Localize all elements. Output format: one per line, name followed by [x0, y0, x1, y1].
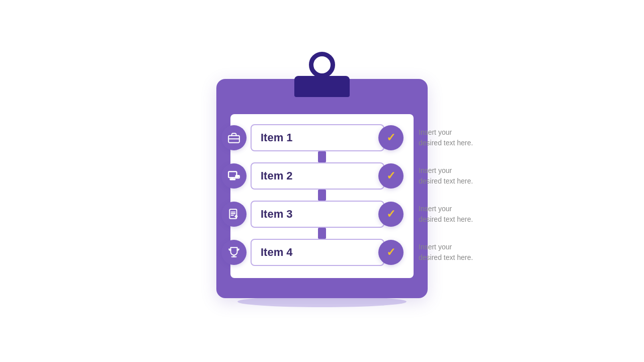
item-3-description: Insert your desired text here.: [419, 204, 499, 225]
item-1-desc-line2: desired text here.: [419, 139, 473, 147]
checkmark-icon-2: ✓: [386, 169, 395, 183]
item-2-icon: [221, 163, 247, 189]
monitor-icon: [227, 169, 240, 183]
item-4-desc-line1: Insert your: [419, 243, 452, 251]
item-3-check: ✓: [378, 202, 404, 227]
item-group-2: Item 2 ✓ Insert your desired text here.: [240, 162, 404, 190]
checkmark-icon-1: ✓: [386, 131, 395, 144]
item-4-description: Insert your desired text here.: [419, 242, 499, 263]
svg-rect-3: [230, 178, 235, 179]
item-3-label: Item 3: [261, 208, 293, 221]
item-3-desc-line2: desired text here.: [419, 215, 473, 223]
clip-ring: [309, 52, 335, 78]
clipboard-paper: Item 1 ✓ Insert your desired text here.: [230, 114, 414, 278]
items-area: Item 1 ✓ Insert your desired text here.: [240, 124, 404, 266]
item-1-label: Item 1: [261, 131, 293, 144]
item-1-description: Insert your desired text here.: [419, 127, 499, 148]
item-1-textbox[interactable]: Item 1: [251, 124, 384, 151]
checklist-row-1: Item 1 ✓ Insert your desired text here.: [240, 124, 404, 151]
item-2-textbox[interactable]: Item 2: [251, 162, 384, 190]
checklist-row-3: Item 3 ✓ Insert your desired text here.: [240, 201, 404, 228]
clipboard-wrapper: Item 1 ✓ Insert your desired text here.: [216, 64, 428, 298]
item-4-textbox[interactable]: Item 4: [251, 239, 384, 266]
item-2-description: Insert your desired text here.: [419, 165, 499, 187]
document-pen-icon: [227, 208, 240, 221]
item-2-label: Item 2: [261, 169, 293, 183]
item-4-icon: [221, 240, 247, 265]
clipboard: Item 1 ✓ Insert your desired text here.: [216, 79, 428, 298]
item-group-3: Item 3 ✓ Insert your desired text here.: [240, 201, 404, 228]
clipboard-clip: [294, 52, 350, 97]
clip-body: [294, 76, 350, 97]
item-1-check: ✓: [378, 125, 404, 150]
item-3-icon: [221, 202, 247, 227]
item-2-desc-line1: Insert your: [419, 166, 452, 174]
item-4-check: ✓: [378, 240, 404, 265]
scene: Item 1 ✓ Insert your desired text here.: [0, 0, 644, 362]
item-4-desc-line2: desired text here.: [419, 253, 473, 261]
checkmark-icon-4: ✓: [386, 246, 395, 259]
item-1-icon: [221, 125, 247, 150]
item-2-desc-line2: desired text here.: [419, 177, 473, 185]
item-3-textbox[interactable]: Item 3: [251, 201, 384, 228]
connector-1-2: [318, 151, 326, 162]
item-group-4: Item 4 ✓ Insert your desired text here.: [240, 239, 404, 266]
checkmark-icon-3: ✓: [386, 208, 395, 221]
checklist-row-4: Item 4 ✓ Insert your desired text here.: [240, 239, 404, 266]
item-3-desc-line1: Insert your: [419, 205, 452, 213]
connector-3-4: [318, 228, 326, 239]
trophy-icon: [227, 246, 240, 259]
item-1-desc-line1: Insert your: [419, 128, 452, 136]
item-2-check: ✓: [378, 163, 404, 189]
item-group-1: Item 1 ✓ Insert your desired text here.: [240, 124, 404, 151]
item-4-label: Item 4: [261, 246, 293, 259]
checklist-row-2: Item 2 ✓ Insert your desired text here.: [240, 162, 404, 190]
connector-2-3: [318, 190, 326, 201]
briefcase-icon: [227, 131, 240, 144]
